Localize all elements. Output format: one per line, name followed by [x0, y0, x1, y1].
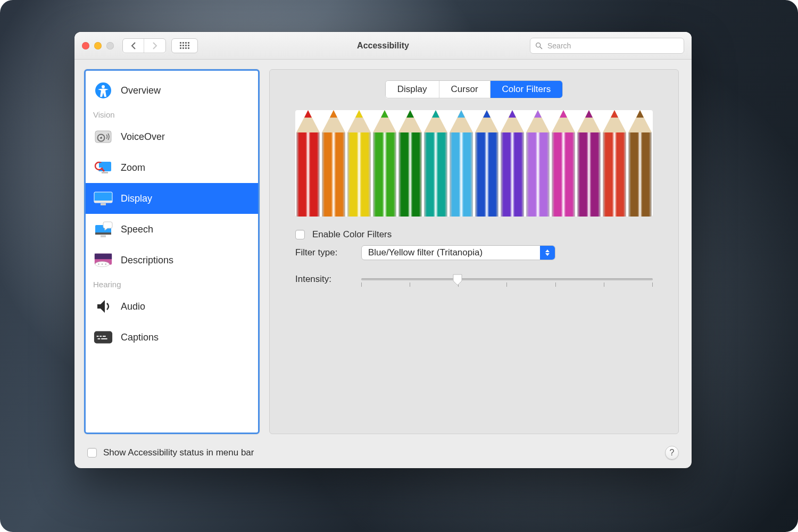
- preview-pencil: [423, 110, 448, 217]
- sidebar[interactable]: Overview Vision VoiceOver: [84, 69, 260, 434]
- enable-color-filters-row: Enable Color Filters: [295, 229, 653, 240]
- popup-arrows-icon: [540, 246, 555, 260]
- intensity-row: Intensity:: [295, 272, 653, 287]
- filter-type-value: Blue/Yellow filter (Tritanopia): [362, 246, 540, 260]
- zoom-window-button[interactable]: [106, 42, 114, 49]
- sidebar-item-descriptions[interactable]: Descriptions: [86, 245, 258, 276]
- preview-pencil: [576, 110, 602, 217]
- window-footer: Show Accessibility status in menu bar ?: [74, 440, 692, 468]
- svg-rect-29: [98, 338, 101, 339]
- preferences-window: Accessibility Overview Vision: [74, 32, 692, 468]
- minimize-window-button[interactable]: [94, 42, 102, 49]
- voiceover-icon: [93, 128, 113, 145]
- speech-icon: [93, 221, 113, 238]
- svg-rect-12: [99, 163, 104, 168]
- close-window-button[interactable]: [82, 42, 89, 49]
- sidebar-item-label: Audio: [121, 301, 145, 312]
- preview-pencil: [372, 110, 397, 217]
- enable-color-filters-label: Enable Color Filters: [312, 229, 392, 240]
- titlebar: Accessibility: [74, 32, 692, 60]
- preview-pencil: [525, 110, 551, 217]
- svg-rect-18: [101, 235, 106, 237]
- window-traffic-lights: [82, 42, 114, 49]
- svg-point-22: [98, 263, 99, 265]
- sidebar-item-display[interactable]: Display: [86, 183, 258, 214]
- preview-pencil: [321, 110, 346, 217]
- captions-icon: [93, 329, 113, 346]
- sidebar-item-zoom[interactable]: Zoom: [86, 152, 258, 183]
- svg-rect-26: [97, 336, 99, 337]
- filter-type-popup[interactable]: Blue/Yellow filter (Tritanopia): [361, 245, 555, 260]
- nav-back-forward-segment: [122, 38, 166, 53]
- tab-cursor[interactable]: Cursor: [439, 81, 491, 98]
- main-pane: Display Cursor Color Filters Enable Colo…: [269, 69, 679, 434]
- sidebar-item-label: Display: [121, 193, 152, 204]
- sidebar-item-label: Descriptions: [121, 255, 173, 266]
- help-button[interactable]: ?: [665, 446, 679, 460]
- settings-pane: Display Cursor Color Filters Enable Colo…: [269, 69, 679, 434]
- preview-pencil: [346, 110, 372, 217]
- svg-rect-25: [94, 331, 112, 344]
- show-all-button[interactable]: [171, 38, 198, 53]
- svg-point-24: [105, 263, 106, 265]
- svg-rect-27: [99, 336, 102, 337]
- intensity-slider[interactable]: [361, 272, 653, 287]
- svg-rect-14: [94, 201, 112, 203]
- sidebar-item-label: Speech: [121, 224, 153, 235]
- enable-color-filters-checkbox[interactable]: [295, 230, 305, 239]
- preview-pencil: [397, 110, 423, 217]
- tab-display[interactable]: Display: [386, 81, 439, 98]
- accessibility-icon: [93, 82, 113, 99]
- display-tabs: Display Cursor Color Filters: [385, 80, 563, 98]
- preview-pencil: [448, 110, 474, 217]
- sidebar-item-speech[interactable]: Speech: [86, 214, 258, 245]
- sidebar-item-voiceover[interactable]: VoiceOver: [86, 121, 258, 152]
- svg-point-3: [102, 85, 105, 88]
- intensity-label: Intensity:: [295, 274, 354, 285]
- svg-point-0: [536, 43, 541, 47]
- preview-pencil: [551, 110, 576, 217]
- zoom-icon: [93, 159, 113, 176]
- menubar-status-checkbox[interactable]: [87, 448, 97, 458]
- sidebar-item-overview[interactable]: Overview: [86, 75, 258, 106]
- sidebar-item-captions[interactable]: Captions: [86, 322, 258, 353]
- sidebar-item-label: Captions: [121, 332, 159, 343]
- sidebar-item-audio[interactable]: Audio: [86, 291, 258, 322]
- menubar-status-label: Show Accessibility status in menu bar: [103, 447, 254, 458]
- search-field-wrapper: [530, 38, 684, 54]
- display-icon: [93, 190, 113, 207]
- preview-pencil: [295, 110, 321, 217]
- descriptions-icon: [93, 252, 113, 269]
- svg-rect-15: [101, 203, 106, 205]
- sidebar-item-label: Overview: [121, 85, 161, 96]
- svg-rect-17: [95, 232, 111, 235]
- preview-pencil: [474, 110, 500, 217]
- sidebar-section-hearing: Hearing: [86, 276, 258, 291]
- audio-icon: [93, 298, 113, 315]
- slider-thumb[interactable]: [452, 273, 463, 286]
- sidebar-item-label: Zoom: [121, 162, 145, 173]
- back-button[interactable]: [123, 39, 144, 53]
- sidebar-section-vision: Vision: [86, 106, 258, 121]
- window-body: Overview Vision VoiceOver: [74, 60, 692, 440]
- slider-track: [361, 278, 653, 280]
- preview-pencil: [602, 110, 627, 217]
- search-input[interactable]: [530, 38, 684, 54]
- svg-rect-9: [102, 172, 108, 173]
- search-icon: [535, 41, 543, 50]
- svg-rect-30: [101, 338, 107, 339]
- slider-ticks: [361, 282, 653, 287]
- svg-line-1: [540, 47, 542, 49]
- svg-rect-28: [103, 336, 106, 337]
- preview-pencil: [627, 110, 653, 217]
- sidebar-item-label: VoiceOver: [121, 131, 165, 143]
- grid-icon: [180, 42, 189, 49]
- svg-rect-20: [95, 254, 112, 259]
- tab-color-filters[interactable]: Color Filters: [491, 81, 563, 98]
- filter-type-row: Filter type: Blue/Yellow filter (Tritano…: [295, 245, 653, 260]
- color-filter-preview: [295, 110, 653, 217]
- preview-pencil: [500, 110, 525, 217]
- svg-point-7: [99, 136, 101, 137]
- svg-point-23: [102, 263, 103, 265]
- forward-button[interactable]: [144, 39, 165, 53]
